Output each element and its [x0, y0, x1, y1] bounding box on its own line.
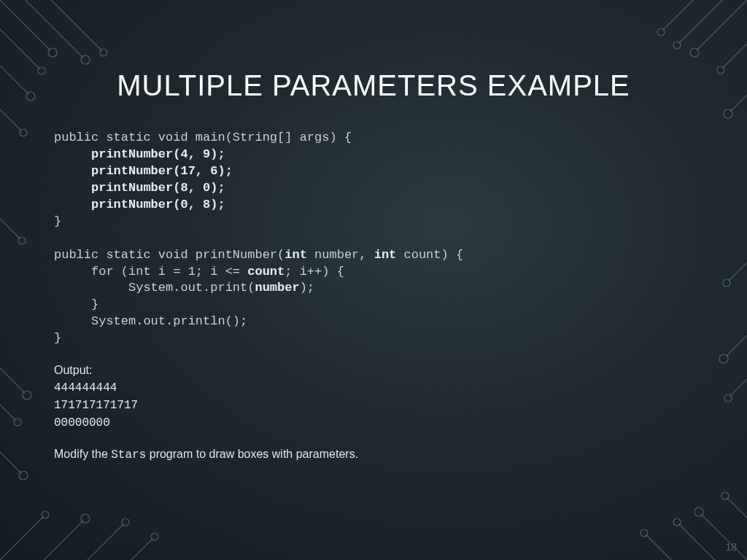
code-line: printNumber(8, 0); — [54, 181, 225, 195]
output-block: Output: 444444444 171717171717 00000000 — [54, 362, 696, 432]
code-line: printNumber(17, 6); — [54, 164, 233, 178]
code-line: printNumber(4, 9); — [54, 147, 225, 161]
instruction-text: Modify the Stars program to draw boxes w… — [54, 448, 696, 462]
code-line: } — [54, 331, 61, 345]
code-block: public static void main(String[] args) {… — [54, 130, 696, 347]
code-line: } — [54, 298, 98, 311]
code-line: public static void printNumber(int numbe… — [54, 248, 463, 262]
code-line: System.out.println(); — [54, 314, 247, 328]
output-line: 444444444 — [54, 379, 696, 397]
slide-title: MULTIPLE PARAMETERS EXAMPLE — [51, 69, 696, 102]
output-line: 00000000 — [54, 414, 696, 432]
code-line: public static void main(String[] args) { — [54, 131, 352, 144]
code-line: System.out.print(number); — [54, 281, 314, 295]
code-line: for (int i = 1; i <= count; i++) { — [54, 265, 344, 279]
code-line: printNumber(0, 8); — [54, 198, 225, 211]
output-line: 171717171717 — [54, 397, 696, 414]
page-number: 18 — [725, 541, 737, 553]
slide-content: MULTIPLE PARAMETERS EXAMPLE public stati… — [0, 0, 747, 560]
code-line: } — [54, 214, 61, 228]
output-label: Output: — [54, 362, 696, 379]
